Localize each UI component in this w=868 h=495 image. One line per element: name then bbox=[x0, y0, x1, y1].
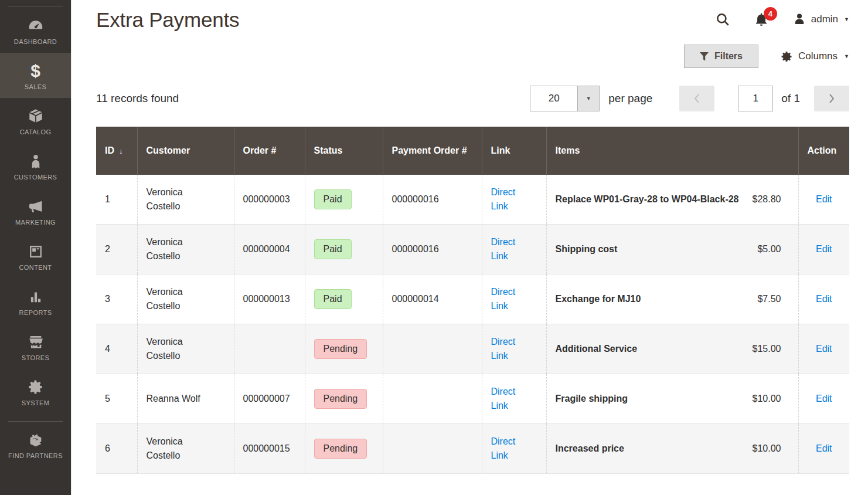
customer-name: Reanna Wolf bbox=[147, 392, 206, 406]
marketing-megaphone-icon bbox=[2, 197, 69, 216]
cell-payment-order bbox=[383, 324, 482, 374]
cell-link: Direct Link bbox=[482, 374, 546, 424]
sidebar-item-marketing[interactable]: MARKETING bbox=[0, 188, 71, 233]
sidebar-item-catalog[interactable]: CATALOG bbox=[0, 98, 71, 143]
admin-user-menu[interactable]: admin ▼ bbox=[792, 12, 849, 26]
notification-count-badge: 4 bbox=[764, 7, 777, 21]
global-search-button[interactable] bbox=[715, 12, 730, 27]
table-row-partial bbox=[96, 474, 849, 476]
sidebar-item-system[interactable]: SYSTEM bbox=[0, 369, 71, 414]
cell-status: Pending bbox=[305, 374, 383, 424]
sidebar-item-customers[interactable]: CUSTOMERS bbox=[0, 143, 71, 188]
cell-link: Direct Link bbox=[482, 175, 546, 225]
cell-action: Edit bbox=[798, 175, 849, 225]
direct-link-label: Direct Link bbox=[491, 285, 525, 313]
sidebar-item-dashboard[interactable]: DASHBOARD bbox=[0, 8, 71, 53]
direct-link-label: Direct Link bbox=[491, 235, 525, 263]
sidebar-item-sales[interactable]: $ SALES bbox=[0, 53, 71, 98]
cell-payment-order: 000000016 bbox=[383, 225, 482, 274]
status-badge: Pending bbox=[314, 339, 367, 359]
direct-link[interactable]: Direct Link bbox=[491, 450, 525, 460]
direct-link-label: Direct Link bbox=[491, 435, 525, 463]
cell-link: Direct Link bbox=[482, 324, 546, 374]
cell-items: Shipping cost$5.00 bbox=[546, 225, 798, 274]
sidebar-item-content[interactable]: CONTENT bbox=[0, 233, 71, 279]
sidebar-item-label: CATALOG bbox=[2, 128, 69, 135]
column-header-link[interactable]: Link bbox=[482, 127, 546, 175]
item-name: Fragile shipping bbox=[556, 392, 750, 405]
sidebar-item-label: MARKETING bbox=[2, 219, 69, 226]
column-header-payment-order[interactable]: Payment Order # bbox=[383, 127, 482, 175]
sidebar-item-label: STORES bbox=[2, 354, 69, 361]
direct-link[interactable]: Direct Link bbox=[491, 351, 525, 361]
edit-link[interactable]: Edit bbox=[816, 443, 832, 453]
direct-link[interactable]: Direct Link bbox=[491, 251, 525, 261]
cell-order bbox=[234, 324, 305, 374]
column-header-id[interactable]: ID↓ bbox=[96, 127, 137, 175]
sidebar-item-reports[interactable]: REPORTS bbox=[0, 279, 71, 324]
reports-barchart-icon bbox=[2, 287, 69, 306]
table-row: 4 Veronica Costello Pending Direct Link … bbox=[96, 324, 849, 374]
current-page-input[interactable] bbox=[738, 86, 773, 111]
filters-button[interactable]: Filters bbox=[684, 45, 758, 68]
notifications-button[interactable]: 4 bbox=[754, 12, 769, 27]
next-page-button[interactable] bbox=[814, 86, 849, 111]
cell-order: 000000004 bbox=[234, 225, 305, 274]
cell-status: Pending bbox=[305, 324, 383, 374]
records-found-text: 11 records found bbox=[96, 92, 179, 105]
direct-link[interactable]: Direct Link bbox=[491, 401, 525, 411]
sidebar-item-label: SALES bbox=[2, 83, 69, 90]
paging-controls: 20 ▼ per page of 1 bbox=[530, 86, 849, 111]
direct-link[interactable]: Direct Link bbox=[491, 201, 525, 211]
sidebar-item-stores[interactable]: STORES bbox=[0, 324, 71, 369]
column-header-order[interactable]: Order # bbox=[234, 127, 305, 175]
direct-link[interactable]: Direct Link bbox=[491, 301, 525, 311]
per-page-select[interactable]: 20 ▼ bbox=[530, 86, 600, 111]
cell-order: 000000003 bbox=[234, 175, 305, 225]
sidebar-item-label: SYSTEM bbox=[2, 399, 69, 406]
direct-link-label: Direct Link bbox=[491, 185, 525, 213]
edit-link[interactable]: Edit bbox=[816, 344, 832, 354]
chevron-left-icon bbox=[693, 93, 701, 104]
status-badge: Paid bbox=[314, 289, 352, 309]
stores-storefront-icon bbox=[2, 333, 69, 351]
app-window: DASHBOARD $ SALES CATALOG CUSTOMERS MARK… bbox=[0, 0, 868, 495]
cell-items: Exchange for MJ10$7.50 bbox=[546, 274, 798, 324]
cell-link: Direct Link bbox=[482, 225, 546, 274]
filter-funnel-icon bbox=[700, 52, 709, 61]
item-name: Shipping cost bbox=[556, 242, 750, 256]
main-content: Extra Payments 4 admin ▼ Filters bbox=[71, 0, 868, 495]
cell-customer: Veronica Costello bbox=[137, 175, 234, 225]
cell-order: 000000013 bbox=[234, 274, 305, 324]
cell-payment-order: 000000016 bbox=[383, 175, 482, 225]
cell-order: 000000007 bbox=[234, 374, 305, 424]
cell-status: Pending bbox=[305, 424, 383, 474]
cell-link: Direct Link bbox=[482, 424, 546, 474]
cell-customer: Veronica Costello bbox=[137, 225, 234, 274]
columns-control[interactable]: Columns ▼ bbox=[781, 50, 849, 63]
column-header-label: ID bbox=[105, 145, 114, 155]
header-controls: 4 admin ▼ bbox=[715, 8, 849, 27]
edit-link[interactable]: Edit bbox=[816, 194, 832, 204]
cell-id: 5 bbox=[96, 374, 137, 424]
cell-link: Direct Link bbox=[482, 274, 546, 324]
column-header-customer[interactable]: Customer bbox=[137, 127, 234, 175]
column-header-status[interactable]: Status bbox=[305, 127, 383, 175]
page-title: Extra Payments bbox=[96, 8, 239, 32]
sidebar-item-find-partners[interactable]: FIND PARTNERS bbox=[0, 422, 71, 467]
sidebar-item-label: CUSTOMERS bbox=[2, 174, 69, 181]
item-price: $5.00 bbox=[757, 244, 789, 255]
cell-id: 4 bbox=[96, 324, 137, 374]
previous-page-button[interactable] bbox=[679, 86, 714, 111]
edit-link[interactable]: Edit bbox=[816, 244, 832, 254]
edit-link[interactable]: Edit bbox=[816, 394, 832, 404]
column-header-action[interactable]: Action bbox=[798, 127, 849, 175]
cell-order: 000000015 bbox=[234, 424, 305, 474]
item-price: $10.00 bbox=[753, 443, 789, 454]
table-row: 6 Veronica Costello 000000015 Pending Di… bbox=[96, 424, 849, 474]
customer-name: Veronica Costello bbox=[147, 335, 206, 363]
page-header: Extra Payments 4 admin ▼ bbox=[72, 0, 868, 32]
edit-link[interactable]: Edit bbox=[816, 294, 832, 304]
cell-items: Fragile shipping$10.00 bbox=[546, 374, 798, 424]
column-header-items[interactable]: Items bbox=[546, 127, 798, 175]
